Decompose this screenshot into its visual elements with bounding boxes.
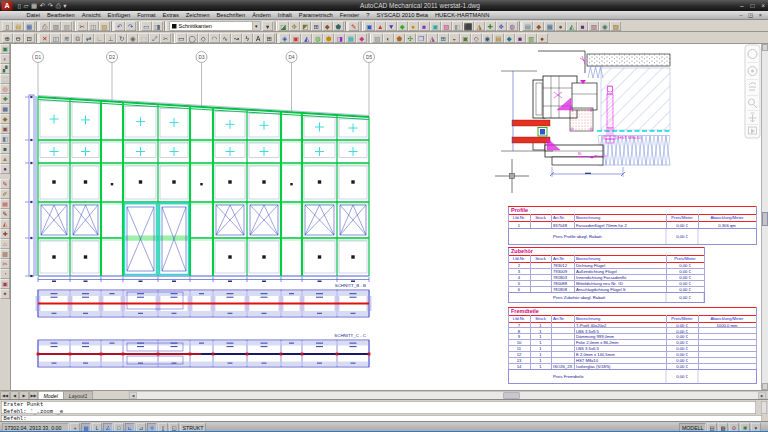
vscroll-thumb[interactable] [762, 212, 768, 226]
toolbar-icon[interactable]: ⬛ [463, 21, 474, 31]
toolbar-icon[interactable]: ▭ [176, 33, 187, 43]
toolbar-icon[interactable]: ▣ [460, 33, 471, 43]
toolbar-icon[interactable]: ⇄ [84, 33, 95, 43]
toolbar-icon[interactable]: ▦ [346, 33, 357, 43]
toolbar-icon[interactable]: ■ [419, 21, 430, 31]
toolbar-icon[interactable]: ⤢ [150, 33, 161, 43]
toolbar-icon[interactable]: ❒ [416, 33, 427, 43]
drawing-canvas[interactable]: D1D2D3D4D5SCHNITT_B - BSCHNITT_C - CBLHS… [11, 44, 761, 390]
toolbar-icon[interactable]: ϟ [242, 33, 253, 43]
toolbar-icon[interactable]: ■ [515, 33, 526, 43]
save-icon[interactable]: ▦ [31, 1, 37, 11]
toolbar-icon[interactable]: ⧉ [73, 33, 84, 43]
toolbar-icon[interactable]: ⬢ [324, 33, 335, 43]
palette-icon[interactable]: ● [0, 164, 10, 174]
toolbar-icon[interactable]: ⊥ [106, 33, 117, 43]
undo-icon[interactable]: ↶ [40, 1, 45, 11]
command-history[interactable]: Erster Punkt Befehl: '_.zoom _e [1, 401, 756, 414]
menu-fenster[interactable]: Fenster [336, 11, 363, 19]
toolbar-icon[interactable]: ◆ [504, 33, 515, 43]
toolbar-icon[interactable]: ◯ [187, 33, 198, 43]
palette-icon[interactable]: ◆ [0, 114, 10, 124]
menu-inhalt[interactable]: Inhalt [274, 11, 295, 19]
toolbar-icon[interactable]: ▥ [526, 33, 537, 43]
menu--ndern[interactable]: Ändern [249, 11, 275, 19]
toolbar-icon[interactable]: ◇ [471, 33, 482, 43]
open-icon[interactable]: ▱ [24, 1, 29, 11]
tab-last-button[interactable]: ▶▶ [29, 392, 38, 400]
toolbar-icon[interactable]: ✣ [405, 33, 416, 43]
palette-icon[interactable]: ✚ [0, 229, 10, 239]
toolbar-icon[interactable]: ▤ [493, 33, 504, 43]
palette-icon[interactable]: ▲ [0, 154, 10, 164]
toolbar-icon[interactable]: ✥ [289, 21, 300, 31]
plot-icon[interactable]: ⎙ [56, 1, 61, 11]
toolbar-icon[interactable]: ◭ [302, 33, 313, 43]
toolbar-icon[interactable]: ▨ [372, 33, 383, 43]
palette-icon[interactable]: ■ [0, 144, 10, 154]
toolbar-icon[interactable]: ▦ [24, 21, 35, 31]
toolbar-icon[interactable]: ◭ [567, 21, 578, 31]
toolbar-icon[interactable]: ◪ [278, 21, 289, 31]
toolbar-icon[interactable]: ◐ [383, 33, 394, 43]
toolbar-icon[interactable]: ▯ [2, 21, 13, 31]
toolbar-icon[interactable]: ◍ [507, 21, 518, 31]
toolbar-icon[interactable]: ▣ [291, 33, 302, 43]
toolbar-icon[interactable]: ⊞ [264, 33, 275, 43]
scroll-up-icon[interactable] [762, 44, 768, 51]
palette-icon[interactable]: ◧ [0, 134, 10, 144]
toolbar-icon[interactable]: ◆ [322, 21, 333, 31]
palette-icon[interactable]: ◭ [0, 219, 10, 229]
toolbar-icon[interactable]: ⬟ [333, 21, 344, 31]
toolbar-icon[interactable]: ◇ [198, 33, 209, 43]
palette-icon[interactable]: ⬚ [0, 74, 10, 84]
toolbar-icon[interactable]: ↶ [115, 21, 126, 31]
toolbar-icon[interactable]: ◉ [600, 21, 611, 31]
toolbar-icon[interactable]: ▧ [62, 21, 73, 31]
dropdown-icon[interactable]: ▾ [63, 1, 66, 11]
toolbar-icon[interactable]: ✎ [349, 21, 360, 31]
toolbar-icon[interactable]: ◈ [280, 33, 291, 43]
toolbar-icon[interactable]: ◧ [452, 21, 463, 31]
document-window-buttons[interactable]: – ◳ × [739, 12, 764, 19]
maximize-button[interactable]: □ [750, 2, 754, 10]
horizontal-scrollbar[interactable]: ◀ ▶ [128, 392, 767, 400]
menu-hueck-hartmann[interactable]: HUECK-HARTMANN [431, 11, 493, 19]
palette-icon[interactable]: ◎ [0, 84, 10, 94]
palette-icon[interactable]: ◔ [0, 269, 10, 279]
scroll-right-icon[interactable]: ▶ [758, 393, 766, 399]
toolbar-icon[interactable]: ◮ [474, 21, 485, 31]
scroll-left-icon[interactable]: ◀ [129, 393, 137, 399]
toolbar-icon[interactable]: ⊖ [13, 33, 24, 43]
toolbar-icon[interactable]: ▥ [589, 21, 600, 31]
toolbar-icon[interactable]: ⬟ [394, 33, 405, 43]
toolbar-icon[interactable]: ◆ [397, 21, 408, 31]
palette-icon[interactable]: ▞ [0, 64, 10, 74]
hscroll-thumb[interactable] [503, 393, 519, 399]
toolbar-icon[interactable]: ⊞ [438, 33, 449, 43]
toolbar-icon[interactable]: ◉ [482, 33, 493, 43]
palette-icon[interactable]: ◐ [0, 54, 10, 64]
toolbar-icon[interactable]: ∟ [95, 33, 106, 43]
toolbar-icon[interactable]: ▾ [263, 21, 274, 31]
scroll-down-icon[interactable] [762, 383, 768, 390]
palette-icon[interactable]: ✦ [0, 289, 10, 299]
toolbar-icon[interactable]: ▦ [545, 21, 556, 31]
menu-syscad-2010-beta[interactable]: SYSCAD 2010 Beta [373, 11, 431, 19]
palette-icon[interactable]: ✐ [0, 189, 10, 199]
toolbar-icon[interactable]: ▣ [430, 21, 441, 31]
toolbar-icon[interactable]: ◠ [209, 33, 220, 43]
toolbar-icon[interactable]: A [253, 33, 264, 43]
close-button[interactable]: × [761, 2, 765, 10]
toolbar-icon[interactable]: ▣ [364, 21, 375, 31]
menu-zeichnen[interactable]: Zeichnen [182, 11, 213, 19]
toolbar-icon[interactable]: ◍ [313, 33, 324, 43]
palette-icon[interactable]: ✚ [0, 94, 10, 104]
chevron-down-icon[interactable]: ▼ [252, 22, 260, 30]
palette-icon[interactable]: ▦ [0, 104, 10, 114]
toolbar-icon[interactable]: ▨ [99, 21, 110, 31]
palette-icon[interactable]: ▤ [0, 199, 10, 209]
toolbar-icon[interactable]: ↷ [126, 21, 137, 31]
toolbar-icon[interactable]: ∿ [220, 33, 231, 43]
layer-combo[interactable]: Schnittkanten▼ [170, 22, 261, 31]
